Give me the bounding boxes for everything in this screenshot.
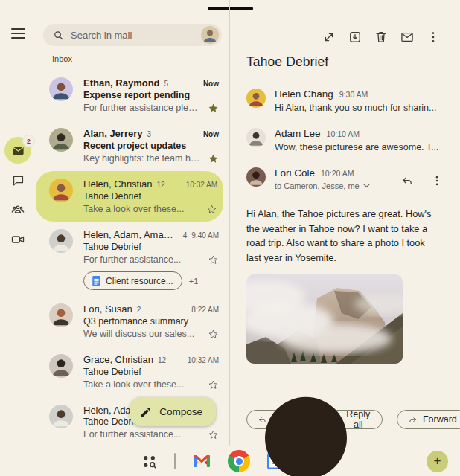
avatar <box>49 77 73 101</box>
email-subject: Tahoe Debrief <box>83 242 219 253</box>
menu-icon[interactable] <box>11 28 25 39</box>
expand-icon[interactable] <box>322 30 336 45</box>
docs-icon <box>92 276 100 286</box>
email-snippet: For further assistance... <box>83 428 202 441</box>
message-time: 9:30 AM <box>339 89 368 100</box>
message-sender: Helen Chang <box>275 89 333 100</box>
message-time: 10:10 AM <box>327 129 360 140</box>
message-row-1[interactable]: Helen Chang9:30 AM Hi Alan, thank you so… <box>230 82 460 121</box>
avatar <box>49 303 73 327</box>
attachment-extra-count: +1 <box>189 277 199 286</box>
avatar <box>246 128 266 147</box>
email-snippet: Key highlights: the team has a... <box>83 152 202 165</box>
thread-count: 2 <box>137 304 141 316</box>
thread-count: 5 <box>164 78 169 90</box>
star-outline-icon[interactable] <box>208 254 219 266</box>
reply-icon[interactable] <box>400 174 414 187</box>
email-senders: Ethan, Raymond <box>83 77 160 89</box>
compose-pencil-icon <box>140 406 152 418</box>
archive-icon[interactable] <box>348 30 362 45</box>
star-icon[interactable] <box>208 103 219 114</box>
avatar <box>49 128 73 152</box>
email-senders: Helen, Adam, Amanda <box>83 229 179 241</box>
attachment-chip-label: Client resource... <box>106 276 173 286</box>
star-outline-icon[interactable] <box>206 204 217 215</box>
email-snippet: Take a look over these... <box>83 203 200 216</box>
taskbar-profile-avatar[interactable] <box>194 350 418 476</box>
avatar <box>49 229 73 253</box>
email-row-4[interactable]: Helen, Adam, Amanda49:40 AM Tahoe Debrie… <box>36 222 229 296</box>
email-row-3-selected[interactable]: Helen, Christian1210:32 AM Tahoe Debrief… <box>36 171 223 222</box>
search-icon <box>53 30 64 41</box>
thread-count: 12 <box>158 355 166 367</box>
avatar <box>246 89 266 108</box>
compose-label: Compose <box>159 406 202 417</box>
chevron-down-icon <box>363 184 370 188</box>
avatar <box>246 167 266 187</box>
delete-icon[interactable] <box>374 30 389 45</box>
email-snippet: We will discuss our sales... <box>83 328 202 341</box>
message-time: 10:20 AM <box>321 168 354 179</box>
attachment-chip[interactable]: Client resource... <box>83 271 182 290</box>
email-subject: Expense report pending <box>83 90 219 101</box>
avatar <box>49 178 73 202</box>
message-sender: Lori Cole <box>275 167 315 178</box>
email-snippet: Take a look over these... <box>83 379 202 391</box>
nav-rail: 2 <box>0 0 36 446</box>
email-time: 10:32 AM <box>182 179 217 191</box>
rail-item-chat[interactable] <box>4 167 31 193</box>
forward-label: Forward <box>423 414 457 425</box>
recipients-line: to Cameron, Jesse, me <box>275 181 360 190</box>
unread-badge: 2 <box>23 135 34 147</box>
rail-item-mail[interactable]: 2 <box>4 137 31 164</box>
rail-item-spaces[interactable] <box>4 196 31 223</box>
star-outline-icon[interactable] <box>208 329 219 340</box>
search-input[interactable]: Search in mail <box>43 24 222 46</box>
email-subject: Tahoe Debrief <box>83 191 217 202</box>
avatar <box>49 354 73 378</box>
email-subject: Q3 perfomance summary <box>83 316 219 327</box>
email-subject: Recent project updates <box>83 141 219 152</box>
mark-unread-icon[interactable] <box>400 30 415 45</box>
email-snippet: For further assistance... <box>83 254 202 266</box>
message-snippet: Hi Alan, thank you so much for sharin... <box>275 102 444 115</box>
videocam-icon <box>10 232 25 247</box>
message-snippet: Wow, these picturese are awesome. T... <box>275 141 444 154</box>
more-vertical-icon[interactable] <box>430 174 444 187</box>
inbox-label: Inbox <box>52 54 229 63</box>
taskbar-divider <box>174 453 176 469</box>
chat-icon <box>11 173 25 187</box>
more-vertical-icon[interactable] <box>426 30 441 45</box>
compose-button[interactable]: Compose <box>130 397 216 426</box>
taskbar: 31 + <box>0 446 460 476</box>
recipients-toggle[interactable]: to Cameron, Jesse, me <box>275 181 392 190</box>
email-row-1[interactable]: Ethan, Raymond5Now Expense report pendin… <box>36 70 229 120</box>
search-placeholder: Search in mail <box>71 30 194 41</box>
email-time: Now <box>199 78 219 90</box>
email-time: Now <box>199 129 219 141</box>
email-row-2[interactable]: Alan, Jerrery3Now Recent project updates… <box>36 120 229 171</box>
email-senders: Grace, Christian <box>83 354 153 366</box>
spaces-icon <box>10 202 25 217</box>
message-sender: Adam Lee <box>275 128 321 139</box>
thread-count: 3 <box>147 129 152 141</box>
email-row-5[interactable]: Lori, Susan28:22 AM Q3 perfomance summar… <box>36 296 229 347</box>
profile-avatar[interactable] <box>201 26 219 44</box>
email-snippet: For further assistance please... <box>83 102 202 115</box>
email-senders: Helen, Christian <box>83 178 153 190</box>
email-time: 9:40 AM <box>187 230 219 242</box>
rail-item-meet[interactable] <box>4 226 31 253</box>
message-row-3-expanded[interactable]: Lori Cole10:20 AM to Cameron, Jesse, me <box>230 161 460 197</box>
star-icon[interactable] <box>208 153 219 164</box>
email-senders: Lori, Susan <box>83 303 132 315</box>
thread-title: Tahoe Debrief <box>246 54 460 70</box>
avatar <box>49 405 73 428</box>
app-grid-search-icon[interactable] <box>141 454 157 469</box>
email-time: 8:22 AM <box>187 304 219 316</box>
email-senders: Alan, Jerrery <box>83 128 143 140</box>
message-body: Hi Alan, the Tahoe pictures are great. H… <box>246 207 442 265</box>
thread-count: 12 <box>157 179 165 191</box>
message-row-2[interactable]: Adam Lee10:10 AM Wow, these picturese ar… <box>230 121 460 161</box>
plus-button[interactable]: + <box>427 451 448 472</box>
mail-icon <box>11 144 25 158</box>
